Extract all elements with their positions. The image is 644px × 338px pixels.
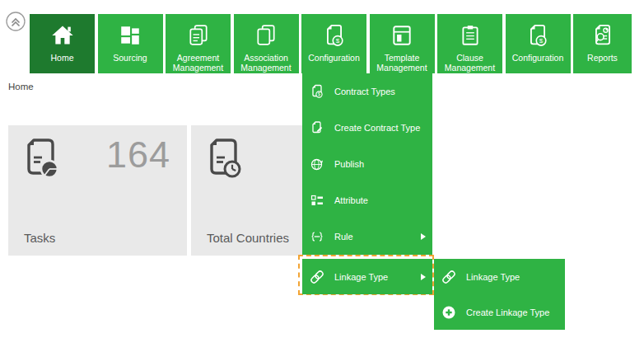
chain-link-icon (441, 270, 456, 284)
svg-text:$: $ (539, 37, 544, 45)
tile-label: Tasks (24, 231, 55, 245)
svg-text:$: $ (335, 37, 339, 45)
attribute-list-icon (310, 193, 324, 208)
tab-label: Configuration (305, 53, 364, 63)
menu-item-label: Linkage Type (466, 272, 520, 282)
tasks-count: 164 (106, 134, 170, 176)
plus-circle-icon (441, 305, 456, 320)
documents-lines-icon (187, 19, 210, 52)
clipboard-icon (459, 19, 482, 52)
tab-template-management[interactable]: Template Management (370, 14, 435, 73)
tile-label: Total Countries (207, 231, 289, 245)
tab-label: Agreement Management (169, 53, 228, 73)
menu-item-label: Publish (334, 159, 364, 169)
tab-configuration[interactable]: $ Configuration (301, 14, 366, 73)
ribbon-collapse-button[interactable] (5, 11, 26, 32)
menu-item-rule[interactable]: Rule (302, 218, 432, 255)
report-magnifier-icon (590, 19, 615, 52)
document-dollar-icon: $ (310, 84, 324, 99)
tab-agreement-management[interactable]: Agreement Management (166, 14, 231, 73)
tab-reports[interactable]: Reports (573, 14, 632, 73)
document-clock-icon (203, 137, 244, 180)
home-icon (50, 19, 75, 52)
menu-item-label: Linkage Type (334, 272, 388, 282)
chevron-double-up-icon (5, 11, 26, 32)
document-pie-icon (20, 137, 61, 180)
document-pencil-icon (310, 120, 324, 135)
menu-item-attribute[interactable]: Attribute (302, 182, 432, 218)
svg-text:$: $ (318, 92, 320, 96)
menu-item-publish[interactable]: Publish (302, 146, 432, 182)
breadcrumb[interactable]: Home (8, 82, 34, 92)
menu-item-label: Contract Types (334, 87, 395, 96)
ribbon-nav: Home Sourcing Agreement Management (30, 14, 632, 73)
linkage-type-highlight: Linkage Type (298, 255, 434, 295)
tab-association-management[interactable]: Association Management (234, 14, 299, 73)
tab-label: Configuration (508, 53, 567, 63)
grid-tiles-icon (119, 19, 142, 52)
tab-label: Sourcing (100, 53, 160, 63)
menu-item-label: Create Linkage Type (466, 307, 549, 317)
tab-label: Home (33, 53, 92, 63)
submenu-caret-icon (421, 233, 426, 240)
tab-home[interactable]: Home (30, 14, 95, 73)
tab-label: Reports (573, 53, 632, 63)
globe-icon (310, 157, 324, 171)
menu-item-contract-types[interactable]: $ Contract Types (302, 73, 432, 110)
document-dollar-icon: $ (525, 19, 550, 52)
submenu-item-linkage-type[interactable]: Linkage Type (434, 259, 565, 294)
menu-item-create-contract-type[interactable]: Create Contract Type (302, 110, 432, 146)
chain-link-icon (310, 270, 324, 284)
tab-label: Clause Management (441, 53, 500, 73)
tab-configuration-2[interactable]: $ Configuration (506, 14, 571, 73)
document-dollar-icon: $ (322, 19, 347, 52)
menu-item-label: Rule (334, 232, 353, 242)
tab-label: Association Management (236, 53, 296, 73)
submenu-caret-icon (421, 274, 426, 280)
menu-item-linkage-type[interactable]: Linkage Type (302, 259, 432, 294)
menu-item-label: Attribute (334, 195, 368, 205)
braces-icon (310, 229, 324, 244)
tab-clause-management[interactable]: Clause Management (437, 14, 502, 73)
submenu-item-create-linkage-type[interactable]: Create Linkage Type (434, 294, 565, 330)
configuration-dropdown-menu: $ Contract Types Create Contract Type Pu… (302, 73, 432, 255)
tab-sourcing[interactable]: Sourcing (98, 14, 163, 73)
tab-label: Template Management (372, 53, 432, 73)
linkage-type-submenu: Linkage Type Create Linkage Type (434, 259, 565, 330)
menu-item-label: Create Contract Type (334, 123, 420, 133)
documents-icon (254, 19, 278, 52)
tile-tasks[interactable]: 164 Tasks (8, 125, 187, 256)
template-layout-icon (390, 19, 413, 52)
